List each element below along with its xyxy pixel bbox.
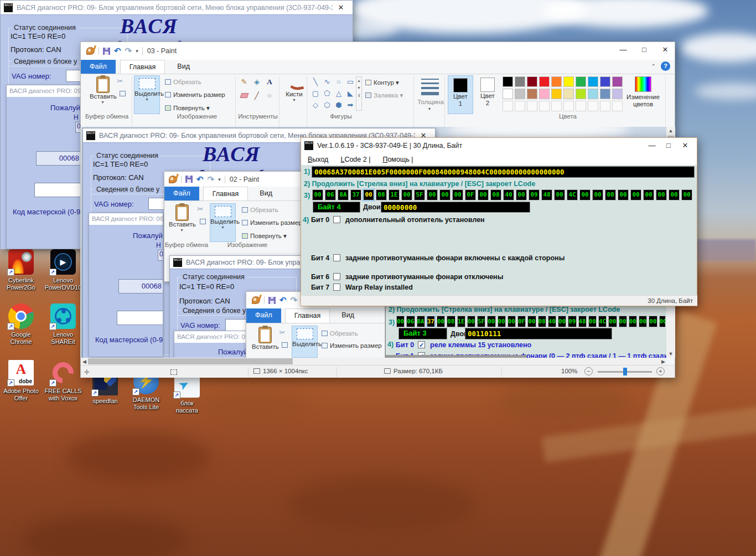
- palette-swatch[interactable]: [503, 76, 513, 87]
- palette-swatch[interactable]: [551, 76, 562, 87]
- shape-icon-4[interactable]: ▢: [310, 88, 321, 99]
- bit-checkbox[interactable]: ✓: [418, 341, 425, 348]
- palette-swatch[interactable]: [588, 76, 598, 87]
- bit-checkbox[interactable]: [333, 216, 340, 223]
- cut-icon[interactable]: ✂: [115, 76, 125, 86]
- byte-cell-21[interactable]: 00: [608, 316, 617, 327]
- palette-swatch[interactable]: [600, 76, 610, 87]
- byte-cell-17[interactable]: 09: [568, 316, 576, 327]
- byte-cell-18[interactable]: 48: [578, 316, 587, 327]
- byte-cell-10[interactable]: 00: [498, 316, 506, 327]
- rotate-button[interactable]: Повернуть ▾: [242, 232, 287, 240]
- byte-cell-21[interactable]: 00: [579, 189, 591, 200]
- tab-home[interactable]: Главная: [120, 60, 165, 74]
- scroll-right-icon[interactable]: ▶: [661, 359, 665, 364]
- byte-cell-26[interactable]: 00: [643, 189, 654, 200]
- fill-icon[interactable]: ◈: [252, 77, 262, 87]
- edit-colors-button[interactable]: Изменение цветов: [623, 75, 663, 114]
- palette-swatch[interactable]: [612, 76, 623, 87]
- shape-icon-5[interactable]: ⬠: [322, 88, 333, 99]
- palette-swatch-empty[interactable]: [503, 101, 513, 111]
- byte-cell-8[interactable]: 5F: [414, 189, 425, 200]
- long-code-value[interactable]: 00068A3700081E005F0000000F00084000094800…: [312, 166, 695, 178]
- code-field[interactable]: 00068: [36, 151, 81, 166]
- palette-swatch-empty[interactable]: [563, 101, 574, 111]
- shapes-scroll[interactable]: ▲▼⊻: [356, 76, 362, 111]
- redo-icon[interactable]: ↷: [208, 176, 215, 183]
- pencil-icon[interactable]: ✎: [239, 77, 249, 87]
- empty-field[interactable]: [34, 183, 81, 197]
- redo-icon[interactable]: ↷: [291, 296, 298, 304]
- byte-cell-6[interactable]: 1E: [389, 189, 400, 200]
- empty-field[interactable]: [117, 311, 163, 325]
- byte-cell-15[interactable]: 40: [548, 316, 556, 327]
- palette-swatch[interactable]: [539, 89, 550, 99]
- palette-swatch-empty[interactable]: [576, 101, 586, 111]
- byte-cell-3[interactable]: 37: [427, 316, 435, 327]
- desktop-icon-voxox[interactable]: ↗FREE CALLSwith Voxox: [42, 360, 84, 402]
- shape-icon-8[interactable]: ◇: [310, 100, 321, 111]
- byte-cell-18[interactable]: 48: [541, 189, 552, 200]
- select-button[interactable]: Выделить▾: [210, 203, 236, 242]
- color2-button[interactable]: Цвет 2: [476, 75, 499, 114]
- rotate-button[interactable]: Повернуть ▾: [165, 104, 210, 112]
- desktop-icon-passata[interactable]: ➤↗блокпассата: [166, 372, 208, 414]
- byte-cell-16[interactable]: 00: [516, 189, 527, 200]
- desktop-icon-shareit[interactable]: ↗LenovoSHAREit: [42, 303, 84, 346]
- palette-swatch[interactable]: [551, 89, 562, 99]
- palette-swatch-empty[interactable]: [539, 101, 550, 111]
- byte-cell-16[interactable]: 00: [558, 316, 566, 327]
- byte-cell-11[interactable]: 00: [452, 189, 463, 200]
- palette-swatch[interactable]: [588, 89, 598, 99]
- byte-cell-0[interactable]: 00: [312, 189, 323, 200]
- palette-swatch[interactable]: [576, 76, 586, 87]
- shape-icon-0[interactable]: ╲: [310, 76, 321, 87]
- byte-cell-29[interactable]: 00: [681, 189, 692, 200]
- shape-icon-6[interactable]: △: [333, 88, 344, 99]
- palette-swatch[interactable]: [539, 76, 550, 87]
- tab-home[interactable]: Главная: [285, 308, 330, 323]
- byte-cell-20[interactable]: 4C: [567, 189, 578, 200]
- lcode-titlebar[interactable]: ВАСЯ Ver.1.0.6.19 - 3C8-937-049-E | 30 Д…: [301, 138, 697, 153]
- byte-cell-24[interactable]: 00: [639, 316, 647, 327]
- byte-cell-5[interactable]: 08: [376, 189, 387, 200]
- byte-cell-5[interactable]: 08: [447, 316, 455, 327]
- palette-swatch-empty[interactable]: [600, 101, 610, 111]
- palette-swatch[interactable]: [563, 76, 574, 87]
- desktop-icon-adobe[interactable]: Adobe↗Adobe PhotoOffer: [0, 360, 42, 402]
- byte-cell-26[interactable]: 00: [659, 316, 666, 327]
- undo-icon[interactable]: ↶: [196, 176, 204, 183]
- byte-cell-23[interactable]: 00: [605, 189, 616, 200]
- color1-button[interactable]: Цвет 1: [448, 75, 473, 114]
- close-icon[interactable]: ✕: [333, 3, 349, 13]
- paste-button[interactable]: Вставить▾: [169, 203, 195, 242]
- close-icon[interactable]: ✕: [677, 141, 693, 151]
- byte-cell-1[interactable]: 06: [325, 189, 336, 200]
- palette-swatch[interactable]: [527, 76, 537, 87]
- byte-cell-9[interactable]: 00: [487, 316, 495, 327]
- byte-cell-20[interactable]: 4C: [598, 316, 607, 327]
- save-icon[interactable]: [103, 48, 110, 55]
- desktop-icon-power2go[interactable]: ↗CyberlinkPower2Go: [0, 249, 42, 291]
- palette-swatch[interactable]: [515, 89, 525, 99]
- shape-fill-button[interactable]: Заливка ▾: [365, 91, 403, 99]
- resize-button[interactable]: Изменить размер: [165, 91, 225, 98]
- redo-icon[interactable]: ↷: [125, 47, 132, 55]
- byte-row[interactable]: 00068A3700081E005F0000000F00084000094800…: [396, 316, 665, 327]
- byte-cell-14[interactable]: 08: [490, 189, 501, 200]
- paste-button[interactable]: Вставить▾: [90, 75, 116, 114]
- undo-icon[interactable]: ↶: [114, 47, 121, 55]
- collapse-ribbon-icon[interactable]: ⌃: [651, 63, 656, 69]
- minimize-icon[interactable]: —: [617, 45, 629, 54]
- palette-swatch[interactable]: [515, 76, 525, 87]
- palette-swatch[interactable]: [503, 89, 513, 99]
- cut-icon[interactable]: ✂: [277, 328, 287, 338]
- maximize-icon[interactable]: □: [638, 45, 650, 54]
- help-icon[interactable]: ?: [661, 61, 670, 71]
- byte-cell-4[interactable]: 00: [363, 189, 374, 200]
- palette-swatch-empty[interactable]: [612, 101, 623, 111]
- byte-cell-28[interactable]: 00: [669, 189, 680, 200]
- small-field-fragment[interactable]: 0: [158, 250, 163, 261]
- byte-cell-8[interactable]: 5F: [477, 316, 485, 327]
- scroll-down-icon[interactable]: ▼: [666, 351, 675, 357]
